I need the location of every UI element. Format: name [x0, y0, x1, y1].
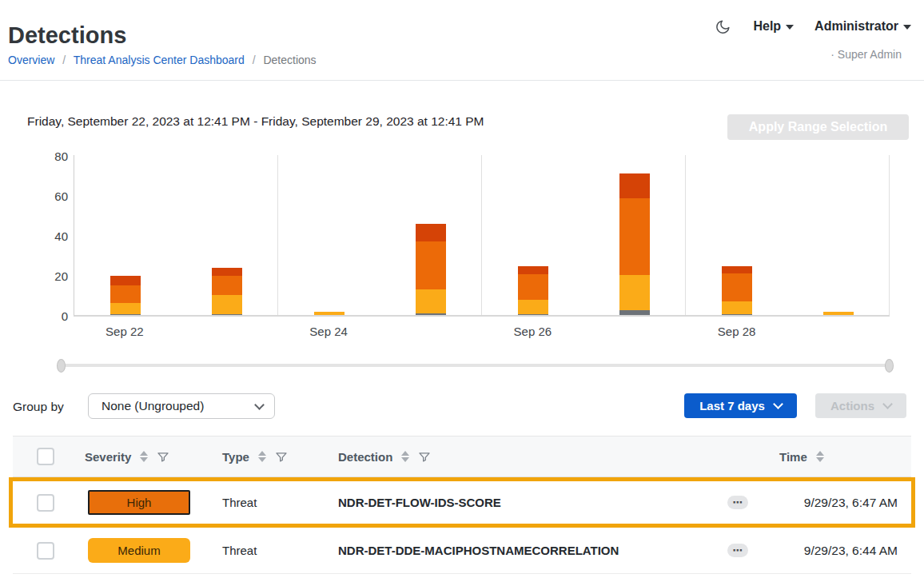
stacked-bar-sep-26[interactable]: [518, 266, 548, 315]
column-header-severity[interactable]: Severity: [72, 450, 209, 464]
x-tick-label: [787, 325, 890, 338]
chevron-down-icon: [254, 400, 265, 410]
bar-segment-high: [619, 198, 650, 275]
range-slider-handle-right[interactable]: [885, 359, 894, 373]
actions-dropdown-button[interactable]: Actions: [815, 393, 906, 418]
bar-segment-other: [619, 310, 650, 315]
severity-badge: High: [88, 490, 190, 515]
range-slider-handle-left[interactable]: [57, 359, 66, 373]
type-cell: Threat: [209, 496, 325, 509]
actions-dropdown-label: Actions: [830, 399, 874, 413]
x-tick-label: [380, 325, 482, 338]
time-cell: 9/29/23, 6:47 AM: [763, 496, 911, 510]
stacked-bar-sep-22[interactable]: [110, 276, 141, 315]
stacked-bar-sep-28[interactable]: [722, 266, 752, 315]
dark-mode-moon-icon[interactable]: [715, 18, 732, 35]
group-by-label: Group by: [13, 400, 64, 414]
row-checkbox[interactable]: [37, 542, 54, 560]
account-menu-label: Administrator: [814, 19, 898, 34]
range-slider-track[interactable]: [61, 364, 890, 367]
bar-segment-high: [518, 274, 548, 301]
x-tick-label: [583, 325, 686, 338]
filter-funnel-icon[interactable]: [418, 450, 431, 464]
sort-icon: [816, 451, 824, 462]
bar-segment-medium: [416, 289, 446, 313]
bar-segment-medium: [110, 303, 141, 314]
bar-segment-medium: [722, 301, 752, 314]
column-header-type[interactable]: Type: [209, 450, 325, 464]
bar-segment-high: [212, 276, 242, 295]
x-tick-label: [176, 325, 278, 338]
stacked-bar-sep-25[interactable]: [416, 224, 446, 315]
y-tick-label: 40: [0, 229, 68, 245]
bar-segment-critical: [518, 266, 548, 274]
chart-plot: [74, 155, 890, 317]
filter-funnel-icon[interactable]: [275, 450, 288, 464]
y-tick-label: 0: [0, 309, 68, 325]
chart-x-axis: Sep 22Sep 24Sep 26Sep 28: [74, 325, 890, 338]
apply-range-selection-button[interactable]: Apply Range Selection: [727, 114, 909, 140]
x-tick-label: Sep 24: [277, 325, 380, 338]
sort-icon: [401, 451, 409, 462]
bar-segment-other: [212, 314, 242, 315]
bar-segment-critical: [722, 266, 752, 273]
severity-badge: Medium: [88, 538, 190, 563]
help-menu[interactable]: Help: [753, 19, 794, 34]
column-header-label: Type: [222, 450, 249, 464]
chart-day-column: [583, 155, 686, 315]
group-by-selected-value: None (Ungrouped): [102, 399, 204, 413]
page-header: Detections Overview / Threat Analysis Ce…: [0, 0, 924, 81]
bar-segment-critical: [416, 224, 446, 241]
time-range-dropdown-button[interactable]: Last 7 days: [684, 393, 797, 418]
account-role: · Super Admin: [830, 48, 902, 61]
stacked-bar-sep-23[interactable]: [212, 268, 242, 315]
stacked-bar-sep-24[interactable]: [314, 312, 345, 315]
bar-segment-high: [110, 285, 141, 304]
row-actions-ellipsis-button[interactable]: ⋯: [727, 496, 748, 509]
caret-down-icon: [903, 25, 911, 30]
x-tick-label: Sep 28: [686, 325, 788, 338]
x-tick-label: Sep 22: [74, 325, 176, 338]
time-range-text: Friday, September 22, 2023 at 12:41 PM -…: [27, 114, 484, 129]
detection-cell: NDR-DET-DDE-MACIPHOSTNAMECORRELATION: [325, 544, 715, 557]
stacked-bar-sep-29[interactable]: [823, 312, 854, 315]
chevron-down-icon: [773, 399, 783, 409]
caret-down-icon: [786, 25, 794, 30]
x-tick-label: Sep 26: [482, 325, 584, 338]
bar-segment-critical: [212, 268, 242, 276]
stacked-bar-sep-27[interactable]: [619, 173, 650, 316]
chart-day-column: [278, 155, 380, 315]
chart-day-column: [176, 155, 278, 315]
column-header-label: Time: [779, 450, 807, 464]
chart-day-column: [74, 155, 176, 315]
time-cell: 9/29/23, 6:44 AM: [763, 544, 911, 558]
select-all-checkbox[interactable]: [37, 448, 54, 465]
table-row[interactable]: MediumThreatNDR-DET-DDE-MACIPHOSTNAMECOR…: [13, 528, 911, 574]
table-row[interactable]: HighThreatNDR-DET-FLOW-IDS-SCORE⋯9/29/23…: [9, 477, 915, 528]
column-header-detection[interactable]: Detection: [325, 450, 715, 464]
row-checkbox[interactable]: [37, 494, 54, 512]
time-range-dropdown-label: Last 7 days: [699, 399, 765, 413]
bar-segment-other: [722, 314, 752, 315]
column-header-time[interactable]: Time: [763, 450, 911, 464]
breadcrumb-threat-analysis-center-dashboard[interactable]: Threat Analysis Center Dashboard: [74, 54, 245, 66]
header-actions: Help Administrator: [715, 18, 911, 35]
breadcrumb-current: Detections: [263, 54, 316, 66]
page-title: Detections: [8, 22, 126, 49]
chart-day-column: [482, 155, 583, 315]
table-header-row: SeverityTypeDetectionTime: [13, 436, 911, 477]
chart-y-axis: 020406080: [0, 155, 68, 317]
bar-segment-medium: [619, 275, 650, 310]
breadcrumb-separator: /: [62, 54, 66, 66]
detections-page: Detections Overview / Threat Analysis Ce…: [0, 0, 924, 578]
row-actions-ellipsis-button[interactable]: ⋯: [727, 544, 748, 557]
sort-icon: [140, 451, 148, 462]
breadcrumb: Overview / Threat Analysis Center Dashbo…: [8, 54, 317, 66]
bar-segment-critical: [110, 276, 141, 285]
type-cell: Threat: [209, 544, 325, 557]
help-menu-label: Help: [753, 19, 781, 34]
filter-funnel-icon[interactable]: [157, 450, 169, 464]
account-menu[interactable]: Administrator: [814, 19, 911, 34]
breadcrumb-overview[interactable]: Overview: [8, 54, 54, 66]
group-by-select[interactable]: None (Ungrouped): [88, 393, 275, 419]
